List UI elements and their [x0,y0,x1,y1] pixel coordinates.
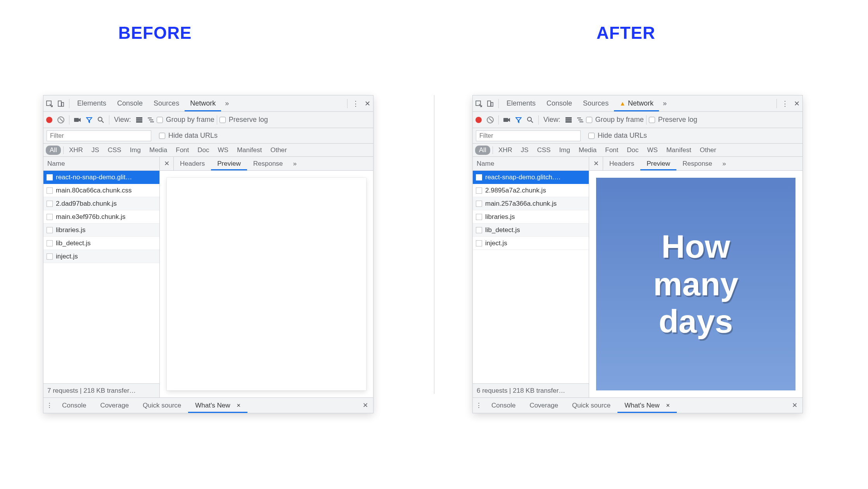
inspect-icon[interactable] [473,98,484,109]
inspect-icon[interactable] [43,98,55,109]
type-doc[interactable]: Doc [194,146,212,155]
type-js[interactable]: JS [518,146,532,155]
drawer-tab-whats-new[interactable]: What's New × [188,398,247,413]
type-img[interactable]: Img [556,146,573,155]
request-row[interactable]: react-snap-demo.glitch.… [473,171,589,184]
drawer-tab-coverage[interactable]: Coverage [522,398,565,413]
tab-console[interactable]: Console [541,95,578,111]
request-row[interactable]: react-no-snap-demo.glit… [43,171,159,184]
camera-icon[interactable] [501,114,513,126]
detail-tab-headers[interactable]: Headers [603,157,640,170]
column-header-name[interactable]: Name [43,157,159,171]
request-row[interactable]: inject.js [473,237,589,250]
drawer-tab-console[interactable]: Console [484,398,522,413]
type-font[interactable]: Font [602,146,621,155]
type-all[interactable]: All [46,146,61,155]
type-other[interactable]: Other [697,146,719,155]
type-ws[interactable]: WS [215,146,232,155]
device-toggle-icon[interactable] [484,98,496,109]
close-devtools-icon[interactable]: ✕ [361,98,373,109]
tab-sources[interactable]: Sources [148,95,185,111]
detail-tab-response[interactable]: Response [676,157,719,170]
request-row[interactable]: main.257a366a.chunk.js [473,197,589,210]
request-row[interactable]: lib_detect.js [43,237,159,250]
request-row[interactable]: main.e3ef976b.chunk.js [43,210,159,224]
preserve-log-checkbox[interactable]: Preserve log [649,116,697,124]
group-by-frame-checkbox[interactable]: Group by frame [586,116,644,124]
detail-tabs-overflow-icon[interactable]: » [718,158,730,170]
column-header-name[interactable]: Name [473,157,589,171]
detail-tab-headers[interactable]: Headers [174,157,211,170]
type-manifest[interactable]: Manifest [234,146,265,155]
clear-icon[interactable] [55,114,67,126]
view-large-icon[interactable] [563,114,574,126]
type-manifest[interactable]: Manifest [663,146,694,155]
tabs-overflow-icon[interactable]: » [221,98,233,109]
close-detail-icon[interactable]: ✕ [589,157,603,170]
drawer-tab-whats-new[interactable]: What's New × [617,398,677,413]
view-large-icon[interactable] [133,114,145,126]
clear-icon[interactable] [484,114,496,126]
drawer-menu-icon[interactable]: ⋮ [473,400,484,411]
hide-data-urls-checkbox[interactable]: Hide data URLs [588,132,647,140]
type-ws[interactable]: WS [644,146,661,155]
request-row[interactable]: lib_detect.js [473,224,589,237]
tab-elements[interactable]: Elements [72,95,112,111]
request-row[interactable]: 2.9895a7a2.chunk.js [473,184,589,197]
filter-input[interactable] [47,130,151,141]
device-toggle-icon[interactable] [55,98,67,109]
tab-sources[interactable]: Sources [578,95,614,111]
detail-tabs-overflow-icon[interactable]: » [289,158,301,170]
filter-input[interactable] [476,130,581,141]
type-font[interactable]: Font [173,146,192,155]
request-row[interactable]: 2.dad97bab.chunk.js [43,197,159,210]
view-waterfall-icon[interactable] [574,114,586,126]
tab-console[interactable]: Console [112,95,148,111]
type-other[interactable]: Other [267,146,290,155]
type-js[interactable]: JS [88,146,102,155]
camera-icon[interactable] [72,114,83,126]
hide-data-urls-checkbox[interactable]: Hide data URLs [159,132,218,140]
type-xhr[interactable]: XHR [495,146,515,155]
close-devtools-icon[interactable]: ✕ [791,98,802,109]
filter-icon[interactable] [513,114,524,126]
kebab-menu-icon[interactable]: ⋮ [350,98,361,109]
drawer-tab-console[interactable]: Console [55,398,93,413]
search-icon[interactable] [95,114,107,126]
request-row[interactable]: main.80ca66ca.chunk.css [43,184,159,197]
tab-network[interactable]: ▲Network [614,95,659,111]
preserve-log-checkbox[interactable]: Preserve log [220,116,268,124]
type-media[interactable]: Media [576,146,600,155]
detail-tab-preview[interactable]: Preview [211,157,247,170]
close-detail-icon[interactable]: ✕ [160,157,174,170]
record-icon[interactable] [43,114,55,126]
search-icon[interactable] [524,114,536,126]
kebab-menu-icon[interactable]: ⋮ [779,98,791,109]
group-by-frame-checkbox[interactable]: Group by frame [157,116,214,124]
tabs-overflow-icon[interactable]: » [659,98,671,109]
close-drawer-icon[interactable]: ✕ [787,398,802,413]
drawer-tab-quick-source[interactable]: Quick source [136,398,188,413]
request-row[interactable]: libraries.js [43,224,159,237]
request-row[interactable]: libraries.js [473,210,589,224]
request-row[interactable]: inject.js [43,250,159,263]
detail-tab-preview[interactable]: Preview [640,157,676,170]
tab-elements[interactable]: Elements [501,95,541,111]
tab-network[interactable]: Network [185,95,221,111]
close-drawer-icon[interactable]: ✕ [358,398,373,413]
close-tab-icon[interactable]: × [237,402,240,409]
type-css[interactable]: CSS [105,146,124,155]
drawer-tab-quick-source[interactable]: Quick source [565,398,617,413]
drawer-tab-coverage[interactable]: Coverage [93,398,136,413]
view-waterfall-icon[interactable] [145,114,157,126]
detail-tab-response[interactable]: Response [247,157,289,170]
close-tab-icon[interactable]: × [666,402,670,409]
type-media[interactable]: Media [146,146,170,155]
type-doc[interactable]: Doc [624,146,641,155]
type-img[interactable]: Img [127,146,144,155]
type-css[interactable]: CSS [534,146,554,155]
type-xhr[interactable]: XHR [66,146,86,155]
drawer-menu-icon[interactable]: ⋮ [43,400,55,411]
type-all[interactable]: All [475,146,490,155]
filter-icon[interactable] [83,114,95,126]
